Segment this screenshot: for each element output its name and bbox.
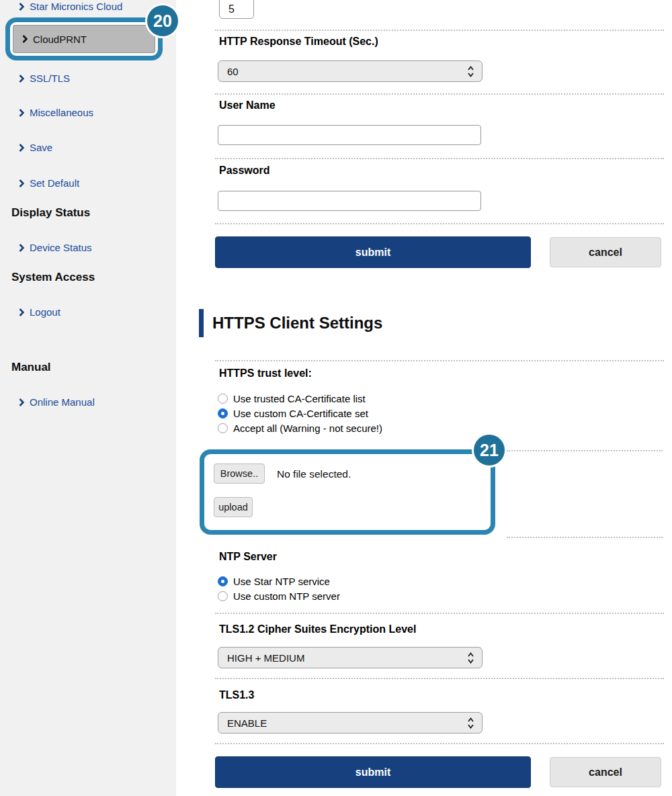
select-value: ENABLE <box>227 717 267 729</box>
chevron-right-icon <box>19 109 24 117</box>
sidebar: Star Micronics Cloud CloudPRNT 20 SSL/TL… <box>0 0 176 796</box>
separator <box>507 537 663 538</box>
radio-icon[interactable] <box>218 576 228 586</box>
tls12-label: TLS1.2 Cipher Suites Encryption Level <box>219 623 416 635</box>
file-status-text: No file selected. <box>277 468 351 480</box>
chevron-right-icon <box>19 308 24 316</box>
https-client-settings-heading: HTTPS Client Settings <box>199 309 382 337</box>
separator <box>215 223 664 224</box>
sidebar-item-label: Online Manual <box>30 396 95 408</box>
separator <box>215 93 664 95</box>
select-value: HIGH + MEDIUM <box>227 652 304 664</box>
tls13-label: TLS1.3 <box>219 689 254 701</box>
separator <box>215 360 664 361</box>
main-content: HTTP Response Timeout (Sec.) 60 User Nam… <box>199 0 665 796</box>
sidebar-section-manual: Manual <box>11 361 51 374</box>
cancel-button[interactable]: cancel <box>550 237 661 267</box>
sidebar-item-star-micronics-cloud[interactable]: Star Micronics Cloud <box>19 1 122 12</box>
select-arrows-icon <box>467 652 474 664</box>
sidebar-item-save[interactable]: Save <box>19 142 52 153</box>
password-input[interactable] <box>218 191 481 211</box>
chevron-right-icon <box>19 75 24 83</box>
sidebar-item-label: Miscellaneous <box>30 107 93 118</box>
callout-box-21 <box>200 449 495 535</box>
sidebar-item-cloudprnt[interactable]: CloudPRNT <box>13 25 155 53</box>
radio-icon[interactable] <box>218 591 228 601</box>
sidebar-item-online-manual[interactable]: Online Manual <box>19 396 95 408</box>
radio-icon[interactable] <box>218 408 228 418</box>
sidebar-item-label: Set Default <box>30 177 79 189</box>
tls13-select[interactable]: ENABLE <box>218 712 482 734</box>
radio-icon[interactable] <box>218 394 228 404</box>
submit-button[interactable]: submit <box>215 236 531 268</box>
radio-label: Use trusted CA-Certificate list <box>233 393 366 404</box>
select-arrows-icon <box>467 65 474 78</box>
submit-button[interactable]: submit <box>215 756 531 788</box>
radio-star-ntp[interactable]: Use Star NTP service <box>218 574 330 588</box>
page-section-title: HTTPS Client Settings <box>212 314 382 333</box>
http-response-timeout-label: HTTP Response Timeout (Sec.) <box>219 36 378 48</box>
sidebar-item-label: CloudPRNT <box>33 34 87 45</box>
chevron-right-icon <box>19 179 24 187</box>
username-input[interactable] <box>218 125 481 145</box>
http-response-timeout-select[interactable]: 60 <box>218 60 482 82</box>
sidebar-item-device-status[interactable]: Device Status <box>19 242 92 253</box>
sidebar-item-label: Star Micronics Cloud <box>30 1 122 12</box>
upload-button[interactable]: upload <box>214 497 253 517</box>
tls12-select[interactable]: HIGH + MEDIUM <box>218 647 482 668</box>
chevron-right-icon <box>19 144 24 152</box>
chevron-right-icon <box>19 398 24 406</box>
separator <box>215 678 664 679</box>
separator <box>215 30 664 31</box>
sidebar-item-label: Device Status <box>30 242 92 253</box>
radio-label: Use Star NTP service <box>233 576 330 587</box>
https-trust-level-label: HTTPS trust level: <box>219 367 312 380</box>
sidebar-item-label: Save <box>30 142 52 153</box>
callout-box-20: CloudPRNT <box>5 17 163 60</box>
separator <box>215 158 664 159</box>
sidebar-item-label: SSL/TLS <box>30 73 70 84</box>
radio-trusted-ca-list[interactable]: Use trusted CA-Certificate list <box>218 392 366 405</box>
select-value: 60 <box>227 66 239 77</box>
sidebar-section-system-access: System Access <box>11 271 95 284</box>
separator <box>507 450 663 451</box>
separator <box>215 743 664 744</box>
radio-label: Use custom CA-Certificate set <box>233 408 368 419</box>
ntp-server-label: NTP Server <box>219 551 277 563</box>
sidebar-item-logout[interactable]: Logout <box>19 306 60 318</box>
callout-badge-20: 20 <box>145 3 180 38</box>
browse-button[interactable]: Browse.. <box>214 463 265 484</box>
callout-badge-21: 21 <box>472 433 507 468</box>
sidebar-section-display-status: Display Status <box>11 206 90 220</box>
chevron-right-icon <box>19 3 24 11</box>
timeout-number-input[interactable] <box>219 0 254 19</box>
radio-custom-ca-set[interactable]: Use custom CA-Certificate set <box>218 406 368 420</box>
sidebar-item-ssl-tls[interactable]: SSL/TLS <box>19 73 70 84</box>
radio-label: Accept all (Warning - not secure!) <box>233 423 382 434</box>
select-arrows-icon <box>467 717 474 729</box>
sidebar-item-miscellaneous[interactable]: Miscellaneous <box>19 107 93 118</box>
radio-label: Use custom NTP server <box>233 590 340 602</box>
username-label: User Name <box>219 99 276 112</box>
radio-custom-ntp[interactable]: Use custom NTP server <box>218 589 340 603</box>
sidebar-item-set-default[interactable]: Set Default <box>19 177 79 189</box>
cancel-button[interactable]: cancel <box>550 757 661 787</box>
separator <box>215 613 664 614</box>
chevron-right-icon <box>22 35 28 43</box>
heading-accent-bar <box>199 309 204 337</box>
password-label: Password <box>219 165 270 177</box>
radio-icon[interactable] <box>218 423 228 433</box>
radio-accept-all[interactable]: Accept all (Warning - not secure!) <box>218 421 382 435</box>
chevron-right-icon <box>19 244 24 252</box>
sidebar-item-label: Logout <box>30 306 60 318</box>
